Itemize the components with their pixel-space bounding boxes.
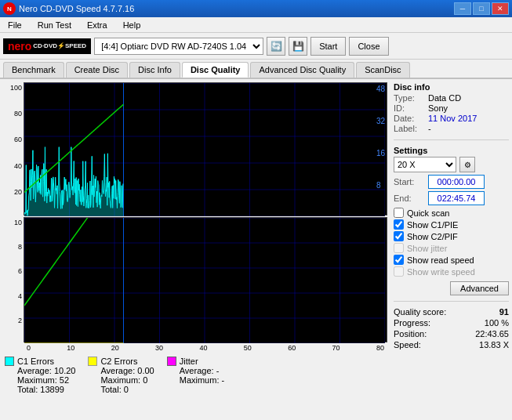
c2-avg-value: 0.00 xyxy=(137,366,154,375)
show-c2pif-checkbox[interactable] xyxy=(394,231,404,241)
tab-advanced-disc-quality[interactable]: Advanced Disc Quality xyxy=(250,62,354,78)
x-label-80: 80 xyxy=(376,344,384,352)
speed-label: Speed: xyxy=(394,340,421,349)
start-label: Start: xyxy=(394,177,425,186)
position-label: Position: xyxy=(394,329,427,339)
c1-label: C1 Errors xyxy=(17,357,54,366)
jitter-max-value: - xyxy=(222,375,225,385)
c2-avg-label: Average: xyxy=(100,366,135,375)
y-label-80: 80 xyxy=(3,110,22,118)
divider-2 xyxy=(394,301,509,302)
x-label-20: 20 xyxy=(111,344,119,352)
legend-jitter: Jitter Average: - Maximum: - xyxy=(167,357,224,394)
c2-color xyxy=(88,357,97,366)
end-input[interactable] xyxy=(428,191,485,205)
close-button[interactable]: ✕ xyxy=(492,2,509,15)
x-label-10: 10 xyxy=(67,344,74,352)
disc-info-section: Disc info Type: Data CD ID: Sony Date: 1… xyxy=(394,82,509,134)
show-c1pie-checkbox[interactable] xyxy=(394,219,404,230)
y-label-4: 4 xyxy=(3,292,22,300)
advanced-button[interactable]: Advanced xyxy=(450,281,509,295)
drive-select[interactable]: [4:4] Optiarc DVD RW AD-7240S 1.04 xyxy=(94,38,263,55)
menu-extra[interactable]: Extra xyxy=(82,19,112,31)
speed-value: 13.83 X xyxy=(479,340,509,349)
c2-label: C2 Errors xyxy=(100,357,137,366)
show-jitter-row: Show jitter xyxy=(394,243,509,253)
quick-scan-label: Quick scan xyxy=(407,208,449,218)
disc-label-label: Label: xyxy=(394,124,425,133)
nero-logo: nero CD·DVD⚡SPEED xyxy=(3,38,91,54)
tab-create-disc[interactable]: Create Disc xyxy=(66,62,128,78)
maximize-button[interactable]: □ xyxy=(473,2,490,15)
show-c1pie-label: Show C1/PIE xyxy=(407,220,458,230)
show-write-speed-label: Show write speed xyxy=(407,267,475,277)
legend: C1 Errors Average: 10.20 Maximum: 52 Tot… xyxy=(3,353,387,397)
date-value: 11 Nov 2017 xyxy=(428,114,477,123)
tab-disc-quality[interactable]: Disc Quality xyxy=(182,62,249,78)
title-buttons: ─ □ ✕ xyxy=(454,2,509,15)
menu-file[interactable]: File xyxy=(3,19,27,31)
tab-scandisc[interactable]: ScanDisc xyxy=(356,62,409,78)
save-icon-button[interactable]: 💾 xyxy=(289,37,307,56)
title-bar: N Nero CD-DVD Speed 4.7.7.16 ─ □ ✕ xyxy=(0,0,512,17)
quality-score-value: 91 xyxy=(499,307,509,317)
show-write-speed-row: Show write speed xyxy=(394,266,509,277)
id-label: ID: xyxy=(394,103,425,113)
show-c2pif-row: Show C2/PIF xyxy=(394,231,509,241)
x-label-30: 30 xyxy=(155,344,163,352)
speed-select[interactable]: 20 X 8 X 16 X 32 X Max xyxy=(394,157,456,172)
c1-avg-label: Average: xyxy=(17,366,52,375)
legend-c1: C1 Errors Average: 10.20 Maximum: 52 Tot… xyxy=(5,357,75,394)
disc-label-value: - xyxy=(428,124,431,133)
tab-disc-info[interactable]: Disc Info xyxy=(129,62,180,78)
x-label-0: 0 xyxy=(27,344,31,352)
menu-help[interactable]: Help xyxy=(118,19,146,31)
refresh-icon-button[interactable]: 🔄 xyxy=(267,37,285,56)
close-toolbar-button[interactable]: Close xyxy=(349,37,388,56)
progress-label: Progress: xyxy=(394,318,430,328)
progress-value: 100 % xyxy=(485,318,509,328)
app-title: Nero CD-DVD Speed 4.7.7.16 xyxy=(19,4,134,13)
top-chart: 4832168 xyxy=(24,82,387,215)
x-label-40: 40 xyxy=(199,344,207,352)
position-value: 22:43.65 xyxy=(475,329,509,339)
tab-benchmark[interactable]: Benchmark xyxy=(3,62,64,78)
date-label: Date: xyxy=(394,114,425,123)
tabs: Benchmark Create Disc Disc Info Disc Qua… xyxy=(0,60,512,79)
settings-icon-button[interactable]: ⚙ xyxy=(459,157,475,172)
menu-run-test[interactable]: Run Test xyxy=(33,19,76,31)
x-label-50: 50 xyxy=(244,344,252,352)
type-value: Data CD xyxy=(428,93,461,103)
y-label-100: 100 xyxy=(3,84,22,92)
start-input[interactable] xyxy=(428,175,485,189)
show-write-speed-checkbox[interactable] xyxy=(394,266,404,277)
y-label-60: 60 xyxy=(3,136,22,143)
quick-scan-row: Quick scan xyxy=(394,208,509,218)
quick-scan-checkbox[interactable] xyxy=(394,208,404,218)
bottom-chart xyxy=(24,217,387,342)
y-label-10: 10 xyxy=(3,219,22,226)
divider-1 xyxy=(394,139,509,140)
c2-max-value: 0 xyxy=(143,375,147,385)
show-c1pie-row: Show C1/PIE xyxy=(394,219,509,230)
show-read-speed-label: Show read speed xyxy=(407,255,474,265)
settings-title: Settings xyxy=(394,146,509,155)
quality-score-label: Quality score: xyxy=(394,307,446,317)
c1-color xyxy=(5,357,14,366)
side-panel: Disc info Type: Data CD ID: Sony Date: 1… xyxy=(390,79,512,419)
id-value: Sony xyxy=(428,103,448,113)
start-button[interactable]: Start xyxy=(310,37,346,56)
jitter-avg-value: - xyxy=(216,366,220,375)
y-label-8: 8 xyxy=(3,243,22,251)
c1-total-value: 13899 xyxy=(40,385,64,394)
jitter-label: Jitter xyxy=(180,357,198,366)
show-read-speed-checkbox[interactable] xyxy=(394,255,404,265)
c2-total-value: 0 xyxy=(124,385,129,394)
quality-score-section: Quality score: 91 Progress: 100 % Positi… xyxy=(394,307,509,351)
show-jitter-checkbox[interactable] xyxy=(394,243,404,253)
c2-total-label: Total: xyxy=(100,385,121,394)
jitter-color xyxy=(167,357,176,366)
app-icon: N xyxy=(3,2,16,15)
minimize-button[interactable]: ─ xyxy=(454,2,471,15)
jitter-max-label: Maximum: xyxy=(180,375,220,385)
